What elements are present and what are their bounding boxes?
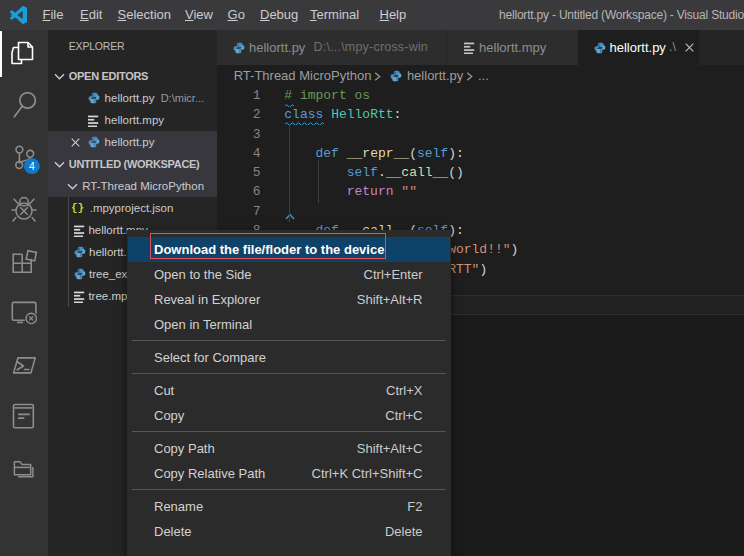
svg-text:4: 4	[29, 160, 35, 172]
